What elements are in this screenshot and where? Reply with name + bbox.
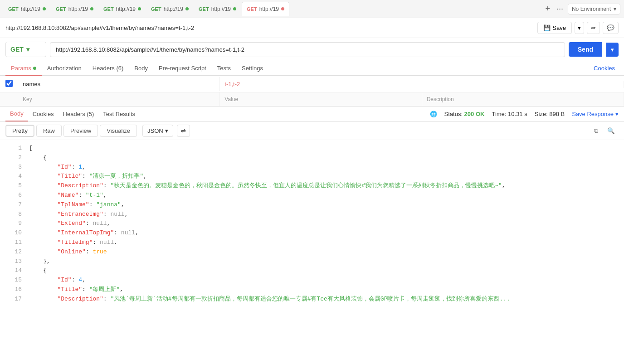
params-key-cell[interactable]: names xyxy=(18,77,220,91)
json-line-14: 14 { xyxy=(0,266,624,276)
params-dot xyxy=(33,67,36,70)
tab-2[interactable]: GET http://19 xyxy=(51,2,98,16)
params-data-row: names t-1,t-2 xyxy=(0,76,624,92)
wrap-icon: ⇌ xyxy=(181,127,186,134)
tab-authorization[interactable]: Authorization xyxy=(42,61,87,75)
json-line-11: 11 "TitleImg": null, xyxy=(0,238,624,248)
new-tab-button[interactable]: + xyxy=(543,2,552,15)
params-value-cell[interactable]: t-1,t-2 xyxy=(220,77,422,91)
tab-tests-label: Tests xyxy=(217,65,231,72)
cookies-link[interactable]: Cookies xyxy=(590,61,619,75)
url-breadcrumb-bar: http://192.168.8.10:8082/api/sample//v1/… xyxy=(0,18,624,38)
tab-5-dot xyxy=(233,7,236,10)
tab-actions: + ··· No Environment ▾ xyxy=(543,2,620,15)
json-line-3: 3 "Id": 1, xyxy=(0,163,624,172)
time-label: Time: 10.31 s xyxy=(492,111,527,117)
tab-4-url: http://19 xyxy=(164,6,183,12)
format-pretty-button[interactable]: Pretty xyxy=(5,125,34,137)
json-format-chevron-icon: ▾ xyxy=(165,127,168,134)
comment-icon: 💬 xyxy=(607,24,614,31)
save-label: Save xyxy=(552,24,566,31)
response-tabs-bar: Body Cookies Headers (5) Test Results 🌐 … xyxy=(0,107,624,122)
params-checkbox-cell[interactable] xyxy=(0,76,18,92)
request-input-area: GET ▾ Send ▾ xyxy=(0,38,624,61)
send-button[interactable]: Send xyxy=(569,42,602,57)
send-dropdown-button[interactable]: ▾ xyxy=(606,43,619,57)
tab-4-method: GET xyxy=(151,6,161,12)
tab-prerequest-label: Pre-request Script xyxy=(159,65,206,72)
json-line-16: 16 "Title": "每周上新", xyxy=(0,285,624,295)
tab-5-method: GET xyxy=(199,6,209,12)
env-label: No Environment xyxy=(572,6,611,12)
save-button[interactable]: 💾 Save xyxy=(537,22,572,34)
comment-button[interactable]: 💬 xyxy=(603,22,619,34)
tab-headers-label: Headers (6) xyxy=(93,65,124,72)
tab-6[interactable]: GET http://19 xyxy=(242,2,289,16)
method-selector[interactable]: GET ▾ xyxy=(5,42,46,57)
wrap-button[interactable]: ⇌ xyxy=(177,125,190,137)
tab-6-url: http://19 xyxy=(259,6,279,12)
resp-tab-cookies[interactable]: Cookies xyxy=(28,107,58,121)
tab-tests[interactable]: Tests xyxy=(212,61,236,75)
save-dropdown-button[interactable]: ▾ xyxy=(575,22,584,34)
json-line-7: 7 "TplName": "janna", xyxy=(0,200,624,210)
params-header-check xyxy=(0,92,18,106)
json-line-1: 1 [ xyxy=(0,144,624,153)
search-button[interactable]: 🔍 xyxy=(604,126,619,136)
params-checkbox[interactable] xyxy=(5,80,13,87)
tab-body-label: Body xyxy=(134,65,148,72)
resp-tab-body[interactable]: Body xyxy=(5,107,28,121)
copy-icon: ⧉ xyxy=(594,127,598,134)
tab-prerequest[interactable]: Pre-request Script xyxy=(153,61,212,75)
globe-icon: 🌐 xyxy=(430,111,437,117)
tab-1[interactable]: GET http://19 xyxy=(4,2,50,16)
response-toolbar: Pretty Raw Preview Visualize JSON ▾ ⇌ ⧉ … xyxy=(0,122,624,140)
params-description-cell[interactable] xyxy=(422,81,624,88)
resp-tab-test-results[interactable]: Test Results xyxy=(98,107,140,121)
status-label: Status: 200 OK xyxy=(444,111,485,117)
json-line-9: 9 "Extend": null, xyxy=(0,219,624,228)
edit-button[interactable]: ✏ xyxy=(587,22,600,34)
tab-3[interactable]: GET http://19 xyxy=(99,2,146,16)
format-visualize-button[interactable]: Visualize xyxy=(100,125,137,137)
params-header-description: Description xyxy=(422,92,624,106)
tab-1-dot xyxy=(43,7,46,10)
tab-headers[interactable]: Headers (6) xyxy=(87,61,129,75)
json-format-label: JSON xyxy=(147,127,163,134)
tab-5-url: http://19 xyxy=(211,6,231,12)
resp-tab-headers[interactable]: Headers (5) xyxy=(58,107,99,121)
json-line-2: 2 { xyxy=(0,153,624,163)
tab-3-url: http://19 xyxy=(116,6,136,12)
tab-params[interactable]: Params xyxy=(5,61,42,76)
save-response-chevron-icon: ▾ xyxy=(615,111,619,117)
params-area: names t-1,t-2 Key Value Description xyxy=(0,76,624,107)
params-header-row: Key Value Description xyxy=(0,92,624,107)
json-line-8: 8 "EntranceImg": null, xyxy=(0,210,624,219)
json-format-selector[interactable]: JSON ▾ xyxy=(142,125,173,137)
time-value: 10.31 s xyxy=(508,111,527,117)
size-value: 898 B xyxy=(549,111,565,117)
format-raw-button[interactable]: Raw xyxy=(36,125,62,137)
url-input[interactable] xyxy=(50,42,565,57)
environment-selector[interactable]: No Environment ▾ xyxy=(568,4,620,15)
json-line-6: 6 "Name": "t-1", xyxy=(0,191,624,200)
more-tabs-button[interactable]: ··· xyxy=(555,2,565,15)
tab-settings-label: Settings xyxy=(242,65,263,72)
status-value: 200 OK xyxy=(464,111,485,117)
save-response-button[interactable]: Save Response ▾ xyxy=(572,111,619,117)
tab-5[interactable]: GET http://19 xyxy=(194,2,241,16)
format-preview-button[interactable]: Preview xyxy=(63,125,98,137)
edit-icon: ✏ xyxy=(591,24,596,31)
tab-6-dot xyxy=(281,7,284,10)
tab-authorization-label: Authorization xyxy=(47,65,82,72)
json-line-4: 4 "Title": "清凉一夏，折扣季", xyxy=(0,172,624,181)
tab-settings[interactable]: Settings xyxy=(236,61,268,75)
save-icon: 💾 xyxy=(543,24,551,31)
copy-button[interactable]: ⧉ xyxy=(590,126,602,136)
search-icon: 🔍 xyxy=(607,127,615,134)
tab-body[interactable]: Body xyxy=(129,61,153,75)
tab-3-dot xyxy=(138,7,141,10)
json-line-10: 10 "InternalTopImg": null, xyxy=(0,228,624,238)
json-line-15: 15 "Id": 4, xyxy=(0,276,624,285)
tab-4[interactable]: GET http://19 xyxy=(146,2,193,16)
